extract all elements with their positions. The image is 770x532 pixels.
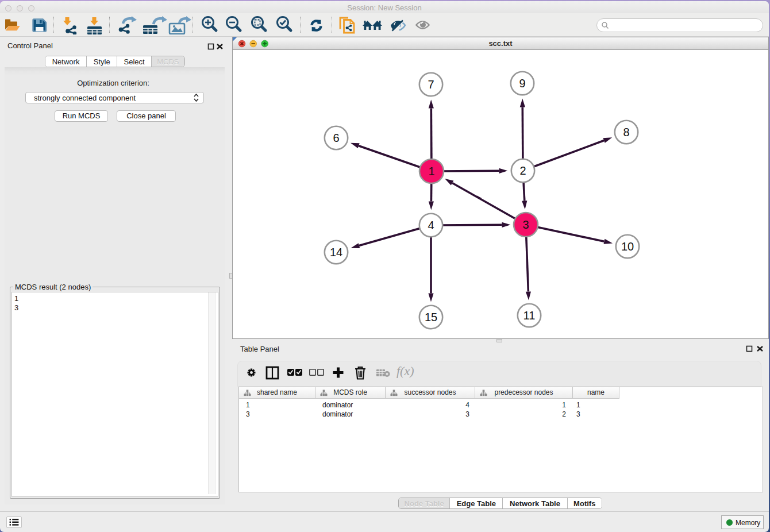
svg-text:9: 9 [519,77,525,90]
svg-text:4: 4 [428,219,434,232]
svg-text:11: 11 [523,309,536,322]
svg-text:15: 15 [425,311,437,323]
svg-text:14: 14 [330,246,342,259]
svg-text:1: 1 [428,165,434,178]
svg-text:7: 7 [428,78,434,91]
svg-text:3: 3 [522,218,529,231]
svg-text:8: 8 [623,126,629,138]
svg-text:2: 2 [519,164,526,177]
svg-text:10: 10 [621,240,634,253]
svg-text:6: 6 [333,132,339,144]
